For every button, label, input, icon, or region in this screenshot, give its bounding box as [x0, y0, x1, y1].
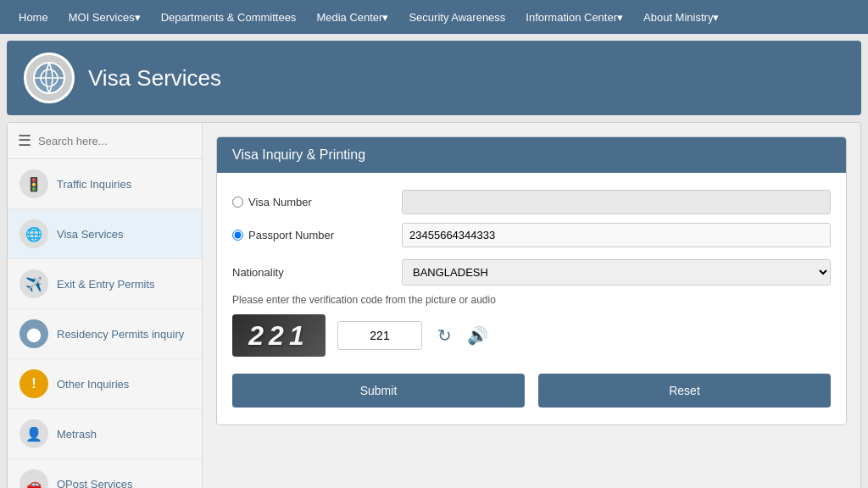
sidebar-item-label: QPost Services [57, 478, 133, 489]
navigation: Home MOI Services ▾ Departments & Commit… [0, 0, 868, 34]
metrash-icon: 👤 [19, 419, 48, 448]
nationality-select[interactable]: BANGLADESH INDIA PAKISTAN SRI LANKA NEPA… [402, 259, 831, 286]
nav-moi-services[interactable]: MOI Services ▾ [58, 0, 151, 34]
captcha-hint: Please enter the verification code from … [232, 294, 831, 306]
sidebar-item-qpost[interactable]: 🚗 QPost Services [8, 459, 202, 488]
visa-icon: 🌐 [19, 219, 48, 248]
sidebar-search-bar: ☰ [8, 123, 202, 159]
form-card: Visa Inquiry & Printing Visa Number Pass… [216, 136, 847, 425]
sidebar-item-label: Exit & Entry Permits [57, 278, 155, 291]
sidebar-item-visa[interactable]: 🌐 Visa Services [8, 209, 202, 259]
page-title: Visa Services [88, 65, 221, 92]
hamburger-icon[interactable]: ☰ [18, 131, 31, 150]
sidebar-item-label: Traffic Inquiries [57, 178, 131, 191]
nationality-label: Nationality [232, 266, 351, 279]
captcha-input[interactable] [337, 321, 422, 350]
sidebar-item-label: Visa Services [57, 228, 124, 241]
sidebar-item-exit-entry[interactable]: ✈️ Exit & Entry Permits [8, 259, 202, 309]
captcha-audio-button[interactable]: 🔊 [464, 322, 492, 349]
sidebar-item-label: Metrash [57, 428, 97, 441]
captcha-refresh-button[interactable]: ↻ [434, 322, 455, 349]
nav-security-awareness[interactable]: Security Awareness [398, 0, 515, 34]
chevron-down-icon: ▾ [135, 11, 141, 24]
nationality-row: Nationality BANGLADESH INDIA PAKISTAN SR… [232, 259, 831, 286]
captcha-actions: ↻ 🔊 [434, 322, 492, 349]
traffic-icon: 🚦 [19, 169, 48, 198]
passport-number-input[interactable] [402, 223, 831, 247]
visa-number-radio[interactable] [232, 197, 243, 208]
sidebar-item-metrash[interactable]: 👤 Metrash [8, 409, 202, 459]
reset-button[interactable]: Reset [538, 374, 831, 408]
captcha-image: 221 [232, 314, 326, 357]
nav-about-ministry[interactable]: About Ministry ▾ [633, 0, 729, 34]
chevron-down-icon: ▾ [617, 11, 623, 24]
chevron-down-icon: ▾ [713, 11, 719, 24]
visa-number-label[interactable]: Visa Number [232, 196, 351, 208]
qpost-icon: 🚗 [19, 469, 48, 488]
search-input[interactable] [38, 135, 192, 147]
banner-icon [24, 53, 75, 103]
nav-departments[interactable]: Departments & Committees [151, 0, 307, 34]
nav-information-center[interactable]: Information Center ▾ [515, 0, 633, 34]
sidebar-item-traffic[interactable]: 🚦 Traffic Inquiries [8, 159, 202, 209]
content-area: Visa Inquiry & Printing Visa Number Pass… [203, 123, 860, 488]
passport-number-row: Passport Number [232, 223, 831, 247]
form-body: Visa Number Passport Number Nationality [217, 173, 846, 424]
main-container: ☰ 🚦 Traffic Inquiries 🌐 Visa Services ✈️… [7, 122, 861, 488]
form-title: Visa Inquiry & Printing [217, 137, 846, 173]
nav-media-center[interactable]: Media Center ▾ [306, 0, 398, 34]
sidebar: ☰ 🚦 Traffic Inquiries 🌐 Visa Services ✈️… [8, 123, 203, 488]
page-banner: Visa Services [7, 41, 861, 115]
passport-number-label[interactable]: Passport Number [232, 229, 351, 241]
other-icon: ! [19, 369, 48, 398]
sidebar-item-residency[interactable]: ⬤ Residency Permits inquiry [8, 309, 202, 359]
residency-icon: ⬤ [19, 319, 48, 348]
sidebar-item-other[interactable]: ! Other Inquiries [8, 359, 202, 409]
refresh-icon: ↻ [437, 326, 452, 345]
visa-number-input[interactable] [402, 190, 831, 214]
passport-number-radio[interactable] [232, 230, 243, 241]
form-buttons: Submit Reset [232, 374, 831, 408]
submit-button[interactable]: Submit [232, 374, 525, 408]
exit-entry-icon: ✈️ [19, 269, 48, 298]
captcha-row: 221 ↻ 🔊 [232, 314, 831, 357]
chevron-down-icon: ▾ [382, 11, 388, 24]
visa-number-row: Visa Number [232, 190, 831, 214]
nav-home[interactable]: Home [8, 0, 58, 34]
sidebar-item-label: Residency Permits inquiry [57, 328, 184, 341]
audio-icon: 🔊 [467, 326, 488, 345]
sidebar-item-label: Other Inquiries [57, 378, 129, 391]
